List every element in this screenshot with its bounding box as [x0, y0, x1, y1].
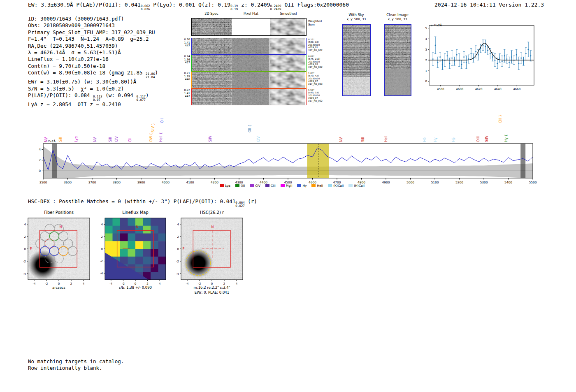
data-point [482, 44, 483, 46]
svg-text:0: 0 [211, 282, 213, 285]
svg-text:3700: 3700 [88, 181, 96, 184]
data-point [435, 44, 436, 46]
data-point [463, 56, 465, 58]
svg-text:5400: 5400 [504, 181, 512, 184]
map-cell [151, 249, 158, 257]
svg-text:0: 0 [39, 169, 41, 173]
legend-swatch [265, 184, 269, 187]
emission-line-label: OIII [476, 137, 480, 142]
value-uncertainty: 0.24090.2409 [270, 5, 281, 11]
cutout-pixelflat [232, 38, 269, 54]
map-cell [120, 249, 128, 257]
svg-text:-4: -4 [109, 282, 113, 285]
map-cell [143, 264, 151, 272]
legend-swatch [348, 184, 353, 187]
info-line: EWr = 3.10(±0.75) (w: 3.30(±0.80))Å [28, 79, 158, 85]
hsc-image-xlabel2: EWr: 0. PLAE: 0.041 [181, 290, 243, 295]
svg-text:-2: -2 [45, 282, 48, 285]
svg-text:4: 4 [24, 223, 26, 226]
cutout-smoothed [270, 89, 305, 105]
info-line: Cont(w) = 8.90(±0.08)e-18 (gmag 21.85 21… [28, 70, 158, 79]
svg-text:E: E [30, 247, 32, 251]
cutout-pixelflat [232, 72, 269, 88]
data-point [525, 53, 527, 54]
emission-line-label: SiIV [209, 136, 212, 142]
svg-text:N: N [136, 225, 138, 229]
data-point [461, 64, 462, 65]
clean-image-coords: x, y: 580, 33 [377, 17, 418, 21]
map-cell [151, 234, 158, 241]
svg-text:2: 2 [146, 282, 148, 285]
fiber-positions-panel: NE-4-4-2-2002244 [12, 208, 103, 296]
galaxy-blob [183, 248, 213, 278]
data-point [485, 46, 486, 47]
noise-texture [270, 38, 305, 54]
svg-text:-2: -2 [198, 282, 201, 285]
emission-line-label: CIV [115, 137, 118, 142]
map-cell [135, 249, 143, 257]
data-point [437, 62, 438, 63]
cutout-row [191, 55, 307, 72]
map-cell [158, 226, 166, 234]
data-point [506, 58, 507, 60]
legend-swatch [250, 184, 254, 187]
elixer-detection-report: EW: 3.3±630.9Å P(LAE)/P(OII): 0.0410.062… [0, 0, 576, 392]
data-point [468, 58, 469, 60]
svg-text:5100: 5100 [431, 181, 439, 184]
line-fit-chart: 01234545804600462046404660 [420, 21, 543, 95]
hsc-image-xlabel: m:16.2 re:2.2" s:3.4" [181, 285, 243, 290]
map-cell [158, 264, 166, 272]
map-cell [158, 218, 166, 226]
data-point [509, 62, 510, 63]
map-cell [105, 234, 113, 241]
svg-text:-4: -4 [186, 282, 189, 285]
cutout-row-annotation: 1.03"(579, 42)20180508v009_07317_RU_003 [308, 72, 332, 85]
map-cell [143, 241, 151, 249]
cutout-row-metrics: 0.301.41447 [176, 38, 190, 48]
noise-texture [270, 55, 305, 71]
map-cell [113, 218, 121, 226]
map-cell [105, 241, 113, 249]
map-cell [143, 226, 151, 234]
masked-band [520, 144, 525, 178]
cutout-row [191, 88, 307, 105]
map-cell [151, 264, 158, 272]
svg-text:4620: 4620 [475, 88, 483, 91]
emission-line-label: SiII [109, 137, 112, 142]
cutout-2dspec [192, 72, 232, 88]
emission-line-label: NV [93, 137, 97, 142]
value-uncertainty: 0.1170.077 [136, 95, 146, 101]
data-point [487, 50, 488, 51]
noise-texture [232, 72, 269, 88]
svg-text:-4: -4 [100, 272, 103, 275]
svg-text:2: 2 [177, 235, 179, 239]
legend-swatch [281, 184, 285, 187]
fiber-positions-xlabel: arcsecs [28, 285, 90, 290]
emission-highlight-band [307, 144, 329, 178]
info-line: ID: 3000971643 (3000971643.pdf) [28, 16, 158, 22]
svg-text:2: 2 [425, 59, 427, 62]
hsc-image-panel: NE-4-4-2-2002244 [169, 208, 259, 296]
cutout-smoothed [270, 55, 305, 71]
emission-line-label: OII { [248, 125, 252, 132]
map-cell [151, 272, 158, 280]
legend-item: MgII [281, 184, 293, 188]
value-uncertainty: 0.0620.026 [141, 5, 150, 11]
cutout-row [191, 38, 307, 55]
legend-item: Hγ [297, 184, 307, 188]
data-point [511, 56, 512, 58]
svg-text:3500: 3500 [39, 181, 47, 184]
svg-text:0: 0 [58, 282, 60, 285]
value-uncertainty: 0.1130.07 [93, 95, 102, 101]
svg-text:5200: 5200 [455, 181, 463, 184]
noise-texture [270, 19, 305, 35]
cutout-smoothed [270, 72, 305, 88]
map-cell [120, 241, 128, 249]
map-cell [128, 241, 136, 249]
cutout-row-annotation: 0.89"(576, 210)20180508v009_03317_RU_022 [308, 55, 332, 68]
with-sky-image [342, 24, 371, 96]
cutout-pixelflat [232, 55, 269, 71]
svg-text:5000: 5000 [406, 181, 414, 184]
clean-image [384, 24, 411, 96]
svg-text:3900: 3900 [137, 181, 145, 184]
